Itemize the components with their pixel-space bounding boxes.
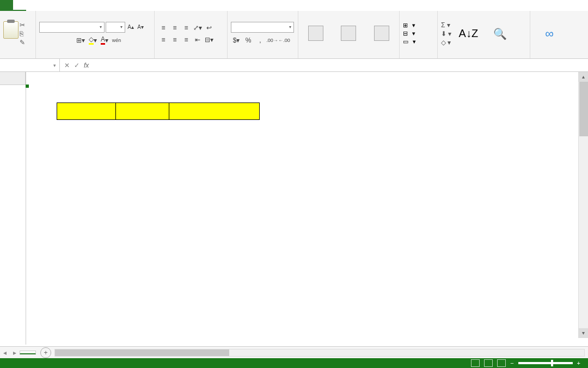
indent-dec-icon[interactable]: ⇤	[192, 34, 203, 45]
align-left-icon[interactable]: ≡	[158, 34, 169, 45]
dec-decimal-icon[interactable]: ←.00	[279, 35, 290, 46]
underline-button[interactable]	[63, 35, 74, 46]
shrink-font-icon[interactable]: A▾	[136, 23, 145, 32]
tab-insert[interactable]	[26, 0, 39, 11]
horizontal-scrollbar[interactable]	[54, 349, 585, 357]
view-layout-icon[interactable]	[484, 359, 493, 367]
zoom-in-button[interactable]: +	[577, 360, 580, 366]
bold-button[interactable]	[39, 35, 50, 46]
cells-area[interactable]	[26, 85, 588, 345]
find-icon: 🔍	[493, 27, 507, 40]
data-table	[57, 102, 260, 120]
conditional-format-button[interactable]	[302, 26, 330, 42]
sheet-tab-1[interactable]	[20, 351, 36, 354]
percent-icon[interactable]: %	[243, 35, 254, 46]
group-align	[158, 55, 224, 57]
select-all-corner[interactable]	[0, 72, 26, 85]
align-right-icon[interactable]: ≡	[181, 34, 192, 45]
zoom-out-button[interactable]: −	[510, 360, 513, 366]
merge-button[interactable]: ⊟▾	[204, 34, 215, 45]
tab-data[interactable]	[65, 0, 78, 11]
wrap-text-icon[interactable]: ↩	[204, 22, 215, 33]
tab-file[interactable]	[0, 0, 13, 11]
accounting-icon[interactable]: $▾	[231, 35, 242, 46]
tab-baidu[interactable]	[105, 0, 118, 11]
insert-cell-button[interactable]: ⊞ ▾	[403, 22, 416, 29]
tab-layout[interactable]	[39, 0, 52, 11]
tab-formula[interactable]	[52, 0, 65, 11]
group-clipboard	[3, 55, 32, 57]
fill-icon[interactable]: ⬇ ▾	[441, 30, 451, 38]
align-center-icon[interactable]: ≡	[169, 34, 180, 45]
find-select-button[interactable]: 🔍	[485, 27, 514, 40]
ribbon-tabs	[0, 0, 588, 11]
clear-icon[interactable]: ◇ ▾	[441, 39, 451, 46]
conditional-format-icon	[308, 26, 323, 41]
group-edit	[441, 55, 526, 57]
formula-bar: ▾ ✕ ✓ fx	[0, 59, 588, 72]
align-middle-icon[interactable]: ≡	[169, 22, 180, 33]
comma-icon[interactable]: ,	[255, 35, 266, 46]
italic-button[interactable]	[51, 35, 62, 46]
font-size-combo[interactable]: ▾	[106, 22, 125, 33]
copy-icon[interactable]: ⎘	[20, 30, 25, 38]
insert-icon: ⊞	[403, 22, 408, 29]
table-format-icon	[341, 26, 356, 41]
vertical-scrollbar[interactable]: ▴ ▾	[578, 72, 588, 338]
th-name	[57, 103, 116, 120]
view-normal-icon[interactable]	[471, 359, 480, 367]
cell-styles-button[interactable]	[367, 26, 396, 42]
font-color-button[interactable]: A▾	[99, 35, 110, 46]
sort-filter-button[interactable]: A↓Z	[454, 27, 483, 40]
cut-icon[interactable]: ✂	[20, 21, 25, 29]
name-box[interactable]: ▾	[0, 59, 60, 71]
delete-cell-button[interactable]: ⊟ ▾	[403, 30, 416, 37]
tab-start[interactable]	[13, 0, 26, 11]
grow-font-icon[interactable]: A▴	[126, 23, 135, 32]
format-cell-button[interactable]: ▭ ▾	[403, 38, 416, 45]
confirm-formula-icon[interactable]: ✓	[74, 62, 79, 69]
tab-review[interactable]	[78, 0, 91, 11]
group-styles	[302, 55, 396, 57]
ribbon: ✂ ⎘ ✎ ▾ ▾ A▴ A▾ ⊞▾	[0, 11, 588, 59]
align-top-icon[interactable]: ≡	[158, 22, 169, 33]
sheet-nav-next[interactable]: ▸	[10, 349, 20, 357]
phonetic-button[interactable]: wén	[111, 35, 122, 46]
align-bottom-icon[interactable]: ≡	[181, 22, 192, 33]
number-format-combo[interactable]: ▾	[231, 22, 294, 33]
fill-color-button[interactable]: ◇▾	[87, 35, 98, 46]
cell-styles-icon	[374, 26, 389, 41]
autosum-icon[interactable]: Σ ▾	[441, 21, 451, 29]
format-icon: ▭	[403, 38, 408, 45]
scroll-up-icon[interactable]: ▴	[579, 72, 588, 82]
border-button[interactable]: ⊞▾	[75, 35, 86, 46]
delete-icon: ⊟	[403, 30, 408, 37]
active-cell-outline	[26, 85, 28, 87]
group-number	[231, 55, 295, 57]
status-bar: − +	[0, 358, 588, 368]
group-cells	[403, 55, 434, 57]
scroll-down-icon[interactable]: ▾	[579, 328, 588, 338]
format-painter-icon[interactable]: ✎	[20, 39, 25, 46]
inc-decimal-icon[interactable]: .00→	[267, 35, 278, 46]
save-baidu-button[interactable]: ∞	[535, 27, 564, 41]
orientation-icon[interactable]: ⤢▾	[192, 22, 203, 33]
th-logic	[169, 103, 260, 120]
table-format-button[interactable]	[334, 26, 363, 42]
fx-icon[interactable]: fx	[84, 62, 89, 69]
view-pagebreak-icon[interactable]	[497, 359, 506, 367]
group-font	[39, 55, 151, 57]
add-sheet-button[interactable]: +	[40, 347, 51, 358]
spreadsheet-grid	[0, 72, 588, 345]
group-save	[534, 55, 565, 57]
tab-view[interactable]	[91, 0, 105, 11]
hscroll-thumb[interactable]	[55, 349, 229, 356]
th-age	[116, 103, 169, 120]
cancel-formula-icon[interactable]: ✕	[64, 62, 70, 69]
sort-icon: A↓Z	[459, 27, 479, 40]
vscroll-thumb[interactable]	[579, 82, 588, 136]
paste-icon[interactable]	[3, 21, 19, 39]
font-name-combo[interactable]: ▾	[39, 22, 105, 33]
sheet-nav-prev[interactable]: ◂	[0, 349, 10, 357]
zoom-slider[interactable]	[518, 362, 573, 364]
